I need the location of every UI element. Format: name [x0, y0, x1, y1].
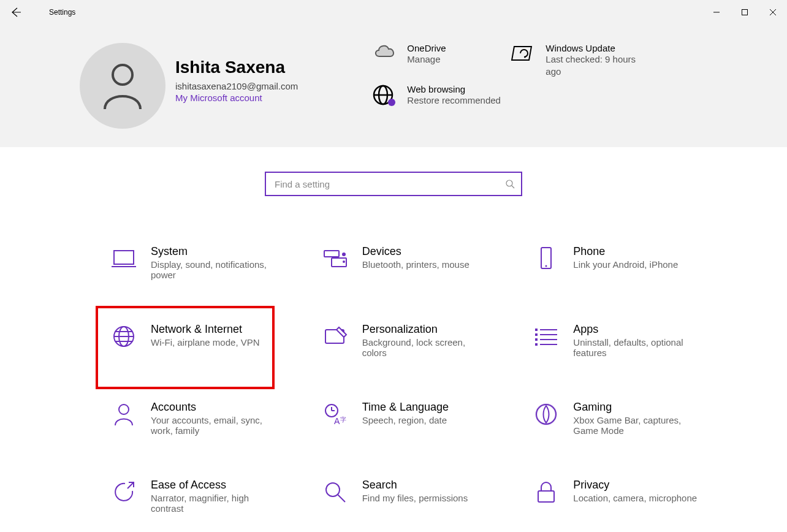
svg-line-43 [338, 495, 345, 502]
search-box[interactable] [265, 172, 522, 196]
category-title: Phone [573, 245, 678, 258]
search-input[interactable] [275, 179, 505, 189]
svg-point-18 [546, 265, 547, 267]
category-title: Search [362, 479, 468, 492]
category-sub: Uninstall, defaults, optional features [573, 337, 701, 358]
category-ease[interactable]: Ease of Access Narrator, magnifier, high… [104, 473, 285, 520]
category-sub: Display, sound, notifications, power [151, 259, 279, 280]
svg-rect-29 [535, 329, 538, 331]
category-sub: Narrator, magnifier, high contrast [151, 493, 279, 514]
system-icon [110, 245, 137, 272]
category-system[interactable]: System Display, sound, notifications, po… [104, 239, 285, 286]
minimize-button[interactable] [702, 0, 731, 25]
category-sub: Background, lock screen, colors [362, 337, 490, 358]
user-email: ishitasaxena2109@gmail.com [175, 81, 298, 91]
svg-point-33 [119, 405, 129, 414]
minimize-icon [713, 9, 720, 16]
tile-sub: Restore recommended [407, 94, 501, 107]
tile-title: OneDrive [407, 43, 446, 53]
svg-rect-31 [535, 338, 538, 341]
svg-rect-44 [538, 491, 554, 502]
cloud-icon [371, 43, 397, 59]
ease-icon [110, 479, 137, 506]
windows-update-tile[interactable]: Windows Update Last checked: 9 hours ago [511, 43, 646, 77]
category-phone[interactable]: Phone Link your Android, iPhone [527, 239, 707, 286]
user-avatar[interactable] [80, 43, 165, 129]
svg-point-40 [536, 405, 556, 424]
window-title: Settings [49, 8, 75, 17]
category-search[interactable]: Search Find my files, permissions [316, 473, 496, 520]
svg-point-4 [113, 65, 132, 85]
privacy-icon [533, 479, 560, 506]
microsoft-account-link[interactable]: My Microsoft account [175, 93, 298, 103]
category-title: Personalization [362, 323, 490, 336]
person-icon [101, 61, 144, 110]
category-title: Network & Internet [151, 323, 260, 336]
update-icon [511, 43, 536, 65]
category-sub: Your accounts, email, sync, work, family [151, 415, 279, 436]
svg-line-10 [512, 186, 514, 188]
onedrive-tile[interactable]: OneDrive Manage [371, 43, 506, 66]
accounts-icon [110, 401, 137, 428]
category-title: Devices [362, 245, 470, 258]
search-icon [322, 479, 349, 506]
category-devices[interactable]: Devices Bluetooth, printers, mouse [316, 239, 496, 286]
svg-rect-32 [535, 343, 538, 346]
category-title: Time & Language [362, 401, 449, 414]
maximize-button[interactable] [731, 0, 759, 25]
close-button[interactable] [759, 0, 787, 25]
tile-title: Web browsing [407, 84, 501, 94]
web-browsing-tile[interactable]: Web browsing Restore recommended [371, 84, 506, 107]
category-accounts[interactable]: Accounts Your accounts, email, sync, wor… [104, 395, 285, 442]
apps-icon [533, 323, 560, 350]
svg-rect-1 [742, 10, 748, 15]
svg-rect-13 [324, 251, 339, 257]
svg-point-8 [388, 99, 395, 106]
category-privacy[interactable]: Privacy Location, camera, microphone [527, 473, 707, 520]
back-button[interactable] [0, 7, 31, 18]
user-name: Ishita Saxena [175, 58, 298, 77]
svg-text:A: A [334, 416, 340, 426]
category-personalization[interactable]: Personalization Background, lock screen,… [316, 317, 496, 364]
category-sub: Bluetooth, printers, mouse [362, 259, 470, 270]
close-icon [769, 9, 777, 16]
tile-sub: Last checked: 9 hours ago [546, 53, 646, 77]
category-sub: Link your Android, iPhone [573, 259, 678, 270]
title-bar: Settings [0, 0, 787, 25]
category-sub: Find my files, permissions [362, 493, 468, 503]
svg-point-15 [342, 253, 346, 256]
browser-icon [371, 84, 397, 106]
devices-icon [322, 245, 349, 272]
category-time[interactable]: A字 Time & Language Speech, region, date [316, 395, 496, 442]
category-title: System [151, 245, 279, 258]
tile-sub: Manage [407, 53, 446, 66]
time-icon: A字 [322, 401, 349, 428]
svg-rect-30 [535, 333, 538, 336]
category-apps[interactable]: Apps Uninstall, defaults, optional featu… [527, 317, 707, 364]
phone-icon [533, 245, 560, 272]
svg-point-16 [343, 260, 345, 263]
search-icon [505, 179, 515, 189]
category-title: Gaming [573, 401, 701, 414]
gaming-icon [533, 401, 560, 428]
personalization-icon [322, 323, 349, 350]
category-title: Accounts [151, 401, 279, 414]
category-network[interactable]: Network & Internet Wi-Fi, airplane mode,… [104, 317, 285, 364]
category-sub: Location, camera, microphone [573, 493, 697, 503]
svg-point-42 [326, 483, 340, 496]
category-title: Ease of Access [151, 479, 279, 492]
category-sub: Wi-Fi, airplane mode, VPN [151, 337, 260, 348]
svg-point-9 [506, 180, 512, 186]
maximize-icon [741, 9, 748, 16]
tile-title: Windows Update [546, 43, 646, 53]
account-header: Ishita Saxena ishitasaxena2109@gmail.com… [0, 25, 787, 147]
network-icon [110, 323, 137, 350]
category-sub: Speech, region, date [362, 415, 449, 425]
category-title: Apps [573, 323, 701, 336]
svg-rect-11 [114, 251, 134, 264]
category-gaming[interactable]: Gaming Xbox Game Bar, captures, Game Mod… [527, 395, 707, 442]
category-sub: Xbox Game Bar, captures, Game Mode [573, 415, 701, 436]
back-arrow-icon [10, 7, 21, 18]
svg-text:字: 字 [340, 416, 346, 423]
svg-line-41 [127, 482, 134, 488]
